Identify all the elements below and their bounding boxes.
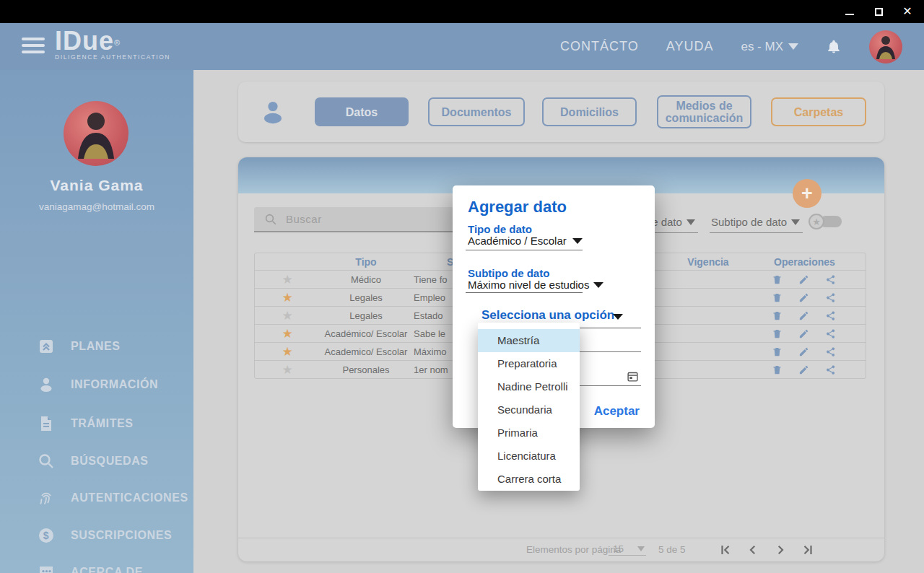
option-dropdown-panel: Maestría Preparatoria Nadine Petrolli Se…	[478, 323, 580, 491]
edit-icon[interactable]	[798, 292, 809, 303]
favorite-star-icon[interactable]: ★	[282, 309, 292, 323]
edit-icon[interactable]	[798, 274, 809, 285]
dropdown-option[interactable]: Nadine Petrolli	[478, 375, 580, 398]
cell-tipo: Médico	[320, 274, 412, 285]
chevron-down-icon[interactable]	[613, 314, 623, 320]
tab-datos[interactable]: Datos	[315, 97, 409, 126]
menu-icon[interactable]	[22, 38, 45, 55]
delete-icon[interactable]	[772, 292, 783, 303]
favorite-star-icon[interactable]: ★	[282, 273, 292, 286]
sidebar-item-tramites[interactable]: TRÁMITES	[38, 415, 134, 432]
share-icon[interactable]	[825, 274, 836, 285]
dollar-icon: $	[38, 527, 55, 544]
dropdown-option[interactable]: Maestría	[478, 329, 580, 352]
favorite-star-icon[interactable]: ★	[282, 327, 292, 341]
app-header: IDue® DILIGENCE AUTHENTICATION CONTÁCTO …	[0, 23, 924, 70]
notifications-bell-icon[interactable]	[826, 38, 842, 56]
nav-contacto[interactable]: CONTÁCTO	[560, 39, 639, 54]
svg-text:$: $	[43, 530, 49, 541]
last-page-icon[interactable]	[801, 543, 814, 556]
sidebar-item-informacion[interactable]: INFORMACIÓN	[38, 376, 158, 393]
cell-tipo: Legales	[320, 310, 412, 321]
language-label: es - MX	[741, 40, 783, 54]
cell-tipo: Personales	[320, 364, 412, 375]
next-page-icon[interactable]	[774, 543, 787, 556]
sidebar-item-planes[interactable]: PLANES	[38, 338, 121, 355]
user-avatar[interactable]	[869, 30, 902, 64]
subtipo-de-dato-label: Subtipo de dato	[468, 267, 549, 279]
previous-page-icon[interactable]	[746, 543, 759, 556]
chevron-down-icon	[572, 238, 583, 244]
sidebar-item-autenticaciones[interactable]: AUTENTICACIONES	[38, 489, 188, 507]
app-window: ✕ IDue® DILIGENCE AUTHENTICATION CONTÁCT…	[0, 0, 924, 573]
pagination-bar: Elementos por página 15 5 de 5	[238, 538, 884, 561]
share-icon[interactable]	[825, 364, 836, 375]
minimize-button[interactable]	[839, 2, 860, 21]
sidebar-item-label: PLANES	[71, 340, 121, 353]
favorite-star-icon[interactable]: ★	[282, 345, 292, 359]
sidebar-item-label: SUSCRIPCIONES	[71, 529, 172, 542]
subtipo-de-dato-select[interactable]: Máximo nivel de estudios	[468, 279, 603, 291]
profile-tab-icon[interactable]	[260, 99, 286, 125]
window-titlebar: ✕	[0, 0, 924, 23]
dropdown-option[interactable]: Preparatoria	[478, 352, 580, 375]
share-icon[interactable]	[825, 310, 836, 321]
share-icon[interactable]	[825, 292, 836, 303]
profile-avatar[interactable]	[64, 101, 128, 166]
filter-subtipo-de-dato[interactable]: Subtipo de dato	[710, 211, 803, 233]
dropdown-option[interactable]: Licenciatura	[478, 445, 580, 468]
sidebar-item-busquedas[interactable]: BÚSQUEDAS	[38, 452, 149, 470]
share-icon[interactable]	[825, 328, 836, 339]
tipo-de-dato-value: Académico / Escolar	[468, 235, 567, 247]
close-button[interactable]: ✕	[897, 2, 918, 21]
delete-icon[interactable]	[772, 364, 783, 375]
edit-icon[interactable]	[798, 310, 809, 321]
brand-logo: IDue® DILIGENCE AUTHENTICATION	[55, 27, 170, 61]
delete-icon[interactable]	[772, 310, 783, 321]
tab-carpetas[interactable]: Carpetas	[771, 97, 866, 126]
tab-bar: Datos Documentos Domicilios Medios de co…	[238, 82, 884, 142]
edit-icon[interactable]	[798, 346, 809, 357]
subtipo-de-dato-value: Máximo nivel de estudios	[468, 279, 589, 291]
filter-label: Subtipo de dato	[711, 216, 787, 228]
search-icon	[264, 213, 277, 226]
selecciona-opcion-select[interactable]: Selecciona una opción	[481, 308, 614, 323]
dropdown-option[interactable]: Carrera corta	[478, 468, 580, 491]
tab-medios-comunicacion[interactable]: Medios de comunicación	[657, 95, 751, 128]
share-icon[interactable]	[825, 346, 836, 357]
delete-icon[interactable]	[772, 274, 783, 285]
sidebar: Vania Gama vaniagamag@hotmail.com PLANES…	[0, 70, 193, 573]
first-page-icon[interactable]	[719, 543, 732, 556]
sidebar-item-suscripciones[interactable]: $ SUSCRIPCIONES	[38, 527, 172, 544]
language-selector[interactable]: es - MX	[741, 40, 798, 54]
accept-button[interactable]: Aceptar	[594, 404, 640, 419]
favorite-star-icon[interactable]: ★	[282, 291, 292, 305]
tab-domicilios[interactable]: Domicilios	[542, 97, 637, 126]
favorites-toggle[interactable]: ★	[808, 214, 842, 229]
page-size-select[interactable]: 15	[609, 543, 646, 556]
sidebar-item-acerca-de[interactable]: ACERCA DE	[38, 564, 143, 573]
modal-title: Agregar dato	[468, 198, 567, 216]
dropdown-option[interactable]: Secundaria	[478, 398, 580, 421]
chat-icon	[38, 564, 55, 573]
dropdown-option[interactable]: Primaria	[478, 421, 580, 445]
add-data-button[interactable]: +	[793, 179, 821, 208]
page-size-value: 15	[613, 543, 624, 554]
edit-icon[interactable]	[798, 364, 809, 375]
registered-mark: ®	[114, 38, 120, 47]
maximize-button[interactable]	[868, 2, 889, 21]
profile-email: vaniagamag@hotmail.com	[0, 201, 193, 212]
chevron-down-icon	[687, 219, 695, 225]
person-icon	[38, 376, 55, 393]
favorite-star-icon[interactable]: ★	[282, 363, 292, 377]
tipo-de-dato-label: Tipo de dato	[468, 223, 532, 235]
chevron-down-icon	[791, 219, 800, 225]
calendar-icon[interactable]	[627, 370, 639, 382]
delete-icon[interactable]	[772, 328, 783, 339]
tab-documentos[interactable]: Documentos	[428, 97, 525, 126]
edit-icon[interactable]	[798, 328, 809, 339]
nav-ayuda[interactable]: AYUDA	[666, 39, 714, 54]
delete-icon[interactable]	[772, 346, 783, 357]
sidebar-item-label: BÚSQUEDAS	[71, 455, 149, 468]
tipo-de-dato-select[interactable]: Académico / Escolar	[468, 235, 583, 247]
